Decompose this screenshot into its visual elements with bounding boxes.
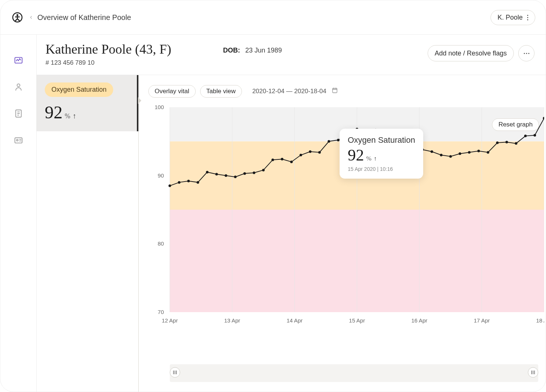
svg-point-46 (328, 140, 330, 143)
svg-point-39 (262, 169, 265, 171)
svg-point-31 (187, 180, 190, 182)
svg-point-38 (253, 172, 255, 174)
tooltip-value: 92 (348, 146, 364, 165)
reset-graph-button[interactable]: Reset graph (492, 118, 539, 131)
nav-notes-icon[interactable] (14, 109, 23, 118)
svg-point-30 (178, 181, 181, 184)
nav-id-icon[interactable] (14, 135, 23, 145)
chevron-left-icon (28, 13, 34, 22)
svg-text:18 Apr: 18 Apr (536, 317, 544, 324)
svg-text:14 Apr: 14 Apr (287, 317, 303, 324)
svg-text:13 Apr: 13 Apr (224, 317, 240, 324)
svg-rect-5 (15, 138, 22, 143)
svg-text:70: 70 (158, 309, 164, 315)
svg-point-68 (533, 134, 536, 136)
scrub-handle-left[interactable] (170, 367, 180, 378)
svg-rect-7 (333, 88, 337, 93)
date-range-text: 2020-12-04 — 2020-18-04 (252, 88, 326, 95)
metric-value: 92 (45, 102, 63, 122)
more-icon (527, 15, 528, 20)
svg-point-63 (487, 151, 489, 153)
nav-vitals-icon[interactable] (14, 55, 23, 65)
svg-point-66 (515, 142, 518, 145)
svg-point-37 (243, 172, 246, 175)
svg-point-43 (300, 154, 302, 156)
svg-text:100: 100 (155, 105, 164, 110)
svg-text:15 Apr: 15 Apr (349, 317, 365, 324)
svg-point-64 (496, 142, 499, 144)
svg-point-34 (215, 173, 218, 175)
patient-id: # 123 456 789 10 (46, 59, 171, 67)
tooltip-unit: % (366, 155, 371, 162)
patient-name: Katherine Poole (43, F) (46, 41, 171, 57)
overlay-vital-label: Overlay vital (155, 88, 189, 95)
scrub-track (170, 364, 538, 382)
svg-text:12 Apr: 12 Apr (162, 317, 178, 324)
svg-point-60 (459, 152, 461, 155)
overlay-vital-button[interactable]: Overlay vital (148, 85, 196, 98)
svg-point-1 (17, 14, 18, 16)
svg-point-35 (225, 174, 227, 177)
ellipsis-icon (524, 53, 529, 54)
svg-point-47 (337, 139, 340, 141)
svg-point-32 (196, 181, 199, 184)
time-scrubber[interactable] (148, 362, 546, 384)
svg-point-44 (309, 151, 311, 153)
reset-graph-label: Reset graph (498, 121, 533, 128)
svg-point-65 (505, 141, 508, 143)
svg-point-42 (290, 160, 293, 163)
svg-point-36 (234, 176, 237, 178)
nav-patient-icon[interactable] (14, 82, 23, 92)
user-menu-label: K. Poole (498, 14, 523, 21)
scrub-handle-right[interactable] (528, 367, 538, 378)
metric-card-oxygen[interactable]: Oxygen Saturation 92 % ↑ (37, 75, 138, 131)
svg-point-61 (468, 151, 471, 153)
add-note-label: Add note / Resolve flags (435, 50, 507, 57)
app-logo (6, 12, 28, 23)
table-view-label: Table view (206, 88, 236, 95)
svg-point-59 (449, 155, 452, 158)
more-actions-button[interactable] (518, 45, 535, 61)
user-menu[interactable]: K. Poole (491, 10, 535, 25)
tooltip-title: Oxygen Saturation (348, 135, 415, 145)
svg-point-3 (17, 84, 20, 87)
svg-text:16 Apr: 16 Apr (411, 317, 427, 324)
svg-point-67 (524, 135, 527, 137)
svg-text:17 Apr: 17 Apr (474, 317, 490, 324)
svg-text:90: 90 (158, 172, 164, 179)
svg-text:80: 80 (158, 240, 164, 247)
tooltip-timestamp: 15 Apr 2020 | 10:16 (348, 166, 415, 172)
svg-point-45 (318, 151, 321, 153)
breadcrumb[interactable]: Overview of Katherine Poole (28, 13, 131, 22)
metric-chip: Oxygen Saturation (45, 82, 113, 97)
metric-unit: % (65, 112, 70, 120)
table-view-button[interactable]: Table view (200, 85, 242, 98)
svg-point-58 (440, 154, 442, 156)
svg-point-41 (281, 158, 283, 160)
calendar-icon (331, 87, 338, 95)
svg-point-62 (477, 150, 480, 152)
svg-point-40 (272, 159, 274, 161)
svg-point-29 (169, 185, 171, 187)
chart-tooltip: Oxygen Saturation 92 % ↑ 15 Apr 2020 | 1… (340, 129, 423, 179)
dob-value: 23 Jun 1989 (245, 47, 282, 54)
breadcrumb-text: Overview of Katherine Poole (37, 13, 131, 22)
add-note-button[interactable]: Add note / Resolve flags (428, 45, 514, 61)
svg-point-6 (16, 139, 18, 141)
svg-point-57 (431, 151, 433, 153)
date-range-picker[interactable]: 2020-12-04 — 2020-18-04 (246, 84, 344, 98)
trend-up-icon: ↑ (73, 112, 76, 120)
dob-label: DOB: (223, 47, 240, 54)
tooltip-trend-icon: ↑ (374, 155, 377, 162)
svg-point-33 (206, 171, 209, 173)
